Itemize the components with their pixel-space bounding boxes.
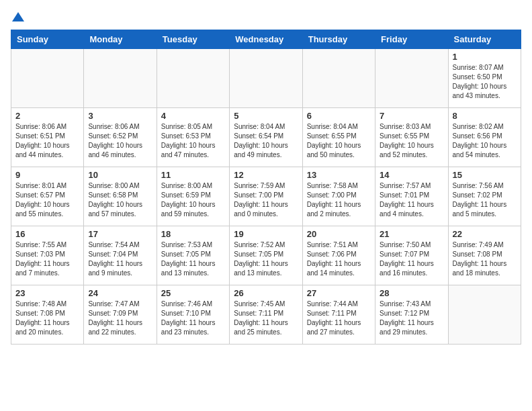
calendar-cell: 4Sunrise: 8:05 AM Sunset: 6:53 PM Daylig…: [157, 108, 229, 167]
day-info: Sunrise: 7:49 AM Sunset: 7:08 PM Dayligh…: [453, 240, 517, 278]
day-number: 15: [453, 170, 517, 180]
day-info: Sunrise: 8:00 AM Sunset: 6:58 PM Dayligh…: [88, 181, 152, 219]
day-number: 14: [380, 170, 443, 180]
calendar-week-1: 2Sunrise: 8:06 AM Sunset: 6:51 PM Daylig…: [11, 108, 521, 167]
day-number: 19: [234, 229, 298, 239]
day-info: Sunrise: 7:52 AM Sunset: 7:05 PM Dayligh…: [234, 240, 298, 278]
calendar-week-2: 9Sunrise: 8:01 AM Sunset: 6:57 PM Daylig…: [11, 167, 521, 226]
day-info: Sunrise: 8:05 AM Sunset: 6:53 PM Dayligh…: [161, 122, 225, 160]
day-number: 24: [88, 288, 152, 298]
day-info: Sunrise: 7:53 AM Sunset: 7:05 PM Dayligh…: [161, 240, 225, 278]
day-info: Sunrise: 7:51 AM Sunset: 7:06 PM Dayligh…: [307, 240, 371, 278]
calendar-cell: 16Sunrise: 7:55 AM Sunset: 7:03 PM Dayli…: [11, 226, 84, 285]
day-info: Sunrise: 7:58 AM Sunset: 7:00 PM Dayligh…: [307, 181, 371, 219]
day-number: 6: [307, 111, 371, 121]
day-number: 1: [453, 52, 517, 62]
calendar-cell: 25Sunrise: 7:46 AM Sunset: 7:10 PM Dayli…: [157, 285, 229, 345]
calendar-cell: 8Sunrise: 8:02 AM Sunset: 6:56 PM Daylig…: [448, 108, 521, 167]
day-info: Sunrise: 8:06 AM Sunset: 6:51 PM Dayligh…: [15, 122, 79, 160]
calendar-cell: 26Sunrise: 7:45 AM Sunset: 7:11 PM Dayli…: [230, 285, 302, 345]
calendar-body: 1Sunrise: 8:07 AM Sunset: 6:50 PM Daylig…: [11, 49, 521, 345]
calendar-cell: 28Sunrise: 7:43 AM Sunset: 7:12 PM Dayli…: [375, 285, 448, 345]
weekday-header-wednesday: Wednesday: [230, 30, 302, 49]
day-number: 27: [307, 288, 371, 298]
day-number: 7: [380, 111, 443, 121]
weekday-header-friday: Friday: [375, 30, 448, 49]
day-info: Sunrise: 8:03 AM Sunset: 6:55 PM Dayligh…: [380, 122, 443, 160]
calendar-cell: 12Sunrise: 7:59 AM Sunset: 7:00 PM Dayli…: [230, 167, 302, 226]
day-number: 9: [15, 170, 79, 180]
calendar-week-3: 16Sunrise: 7:55 AM Sunset: 7:03 PM Dayli…: [11, 226, 521, 285]
day-info: Sunrise: 7:55 AM Sunset: 7:03 PM Dayligh…: [15, 240, 79, 278]
day-number: 28: [380, 288, 443, 298]
logo-icon: [12, 11, 24, 23]
weekday-header-monday: Monday: [84, 30, 157, 49]
calendar-cell: 15Sunrise: 7:56 AM Sunset: 7:02 PM Dayli…: [448, 167, 521, 226]
calendar-cell: 2Sunrise: 8:06 AM Sunset: 6:51 PM Daylig…: [11, 108, 84, 167]
day-number: 21: [380, 229, 443, 239]
day-info: Sunrise: 8:00 AM Sunset: 6:59 PM Dayligh…: [161, 181, 225, 219]
day-number: 11: [161, 170, 225, 180]
day-info: Sunrise: 7:48 AM Sunset: 7:08 PM Dayligh…: [15, 300, 79, 337]
calendar-cell: 19Sunrise: 7:52 AM Sunset: 7:05 PM Dayli…: [230, 226, 302, 285]
calendar-cell: 27Sunrise: 7:44 AM Sunset: 7:11 PM Dayli…: [302, 285, 375, 345]
calendar-cell: 5Sunrise: 8:04 AM Sunset: 6:54 PM Daylig…: [230, 108, 302, 167]
day-number: 12: [234, 170, 298, 180]
day-info: Sunrise: 8:04 AM Sunset: 6:55 PM Dayligh…: [307, 122, 371, 160]
day-number: 23: [15, 288, 79, 298]
calendar-cell: 24Sunrise: 7:47 AM Sunset: 7:09 PM Dayli…: [84, 285, 157, 345]
weekday-header-tuesday: Tuesday: [157, 30, 229, 49]
calendar-cell: [448, 285, 521, 345]
day-info: Sunrise: 7:50 AM Sunset: 7:07 PM Dayligh…: [380, 240, 443, 278]
weekday-header-saturday: Saturday: [448, 30, 521, 49]
weekday-row: SundayMondayTuesdayWednesdayThursdayFrid…: [11, 30, 521, 49]
day-number: 25: [161, 288, 225, 298]
day-info: Sunrise: 7:56 AM Sunset: 7:02 PM Dayligh…: [453, 181, 517, 219]
calendar-cell: 13Sunrise: 7:58 AM Sunset: 7:00 PM Dayli…: [302, 167, 375, 226]
day-info: Sunrise: 7:57 AM Sunset: 7:01 PM Dayligh…: [380, 181, 443, 219]
day-number: 18: [161, 229, 225, 239]
day-number: 16: [15, 229, 79, 239]
calendar-cell: 3Sunrise: 8:06 AM Sunset: 6:52 PM Daylig…: [84, 108, 157, 167]
calendar-cell: 14Sunrise: 7:57 AM Sunset: 7:01 PM Dayli…: [375, 167, 448, 226]
day-info: Sunrise: 7:59 AM Sunset: 7:00 PM Dayligh…: [234, 181, 298, 219]
calendar-cell: 21Sunrise: 7:50 AM Sunset: 7:07 PM Dayli…: [375, 226, 448, 285]
page-header: [11, 11, 521, 23]
day-info: Sunrise: 8:01 AM Sunset: 6:57 PM Dayligh…: [15, 181, 79, 219]
day-info: Sunrise: 8:04 AM Sunset: 6:54 PM Dayligh…: [234, 122, 298, 160]
calendar-cell: 6Sunrise: 8:04 AM Sunset: 6:55 PM Daylig…: [302, 108, 375, 167]
calendar-week-0: 1Sunrise: 8:07 AM Sunset: 6:50 PM Daylig…: [11, 49, 521, 108]
day-info: Sunrise: 7:43 AM Sunset: 7:12 PM Dayligh…: [380, 300, 443, 337]
calendar-cell: 17Sunrise: 7:54 AM Sunset: 7:04 PM Dayli…: [84, 226, 157, 285]
day-info: Sunrise: 7:45 AM Sunset: 7:11 PM Dayligh…: [234, 300, 298, 337]
calendar-cell: 10Sunrise: 8:00 AM Sunset: 6:58 PM Dayli…: [84, 167, 157, 226]
calendar-cell: 20Sunrise: 7:51 AM Sunset: 7:06 PM Dayli…: [302, 226, 375, 285]
calendar-cell: 1Sunrise: 8:07 AM Sunset: 6:50 PM Daylig…: [448, 49, 521, 108]
day-info: Sunrise: 7:54 AM Sunset: 7:04 PM Dayligh…: [88, 240, 152, 278]
day-number: 13: [307, 170, 371, 180]
day-number: 5: [234, 111, 298, 121]
day-info: Sunrise: 7:44 AM Sunset: 7:11 PM Dayligh…: [307, 300, 371, 337]
day-number: 20: [307, 229, 371, 239]
calendar-cell: 11Sunrise: 8:00 AM Sunset: 6:59 PM Dayli…: [157, 167, 229, 226]
calendar-cell: [84, 49, 157, 108]
day-number: 22: [453, 229, 517, 239]
calendar-cell: 18Sunrise: 7:53 AM Sunset: 7:05 PM Dayli…: [157, 226, 229, 285]
calendar-cell: [375, 49, 448, 108]
calendar-table: SundayMondayTuesdayWednesdayThursdayFrid…: [11, 30, 521, 345]
day-number: 26: [234, 288, 298, 298]
calendar-week-4: 23Sunrise: 7:48 AM Sunset: 7:08 PM Dayli…: [11, 285, 521, 345]
day-number: 17: [88, 229, 152, 239]
calendar-cell: [302, 49, 375, 108]
day-info: Sunrise: 8:06 AM Sunset: 6:52 PM Dayligh…: [88, 122, 152, 160]
weekday-header-sunday: Sunday: [11, 30, 84, 49]
calendar-header: SundayMondayTuesdayWednesdayThursdayFrid…: [11, 30, 521, 49]
calendar-cell: 23Sunrise: 7:48 AM Sunset: 7:08 PM Dayli…: [11, 285, 84, 345]
weekday-header-thursday: Thursday: [302, 30, 375, 49]
day-info: Sunrise: 7:47 AM Sunset: 7:09 PM Dayligh…: [88, 300, 152, 337]
day-info: Sunrise: 8:07 AM Sunset: 6:50 PM Dayligh…: [453, 63, 517, 101]
day-number: 10: [88, 170, 152, 180]
calendar-cell: 22Sunrise: 7:49 AM Sunset: 7:08 PM Dayli…: [448, 226, 521, 285]
day-number: 3: [88, 111, 152, 121]
logo: [11, 11, 24, 23]
